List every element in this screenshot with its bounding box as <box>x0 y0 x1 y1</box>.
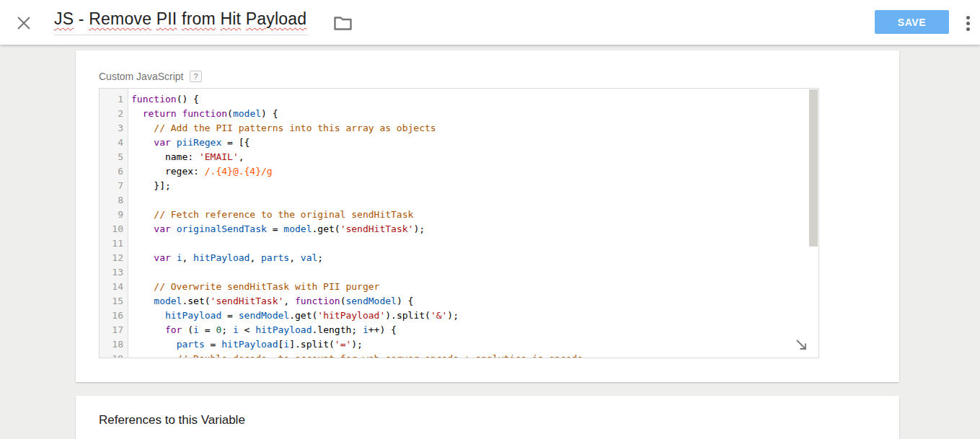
line-number: 19 <box>100 352 128 358</box>
line-number: 7 <box>100 179 128 193</box>
code-line: hitPayload = sendModel.get('hitPayload')… <box>131 309 808 323</box>
kebab-menu-button[interactable] <box>958 13 977 33</box>
line-number: 15 <box>100 294 128 309</box>
move-folder-button[interactable] <box>333 14 353 32</box>
code-line: // Overwrite sendHitTask with PII purger <box>131 280 808 294</box>
code-lines: function() { return function(model) { //… <box>131 89 808 358</box>
code-line: var i, hitPayload, parts, val; <box>131 251 808 265</box>
editor-resize-handle[interactable] <box>794 337 810 353</box>
code-line <box>131 236 808 251</box>
line-number: 5 <box>100 150 128 164</box>
variable-editor-card: Custom JavaScript ? 12345678910111213141… <box>76 50 899 382</box>
close-icon <box>16 15 32 31</box>
line-number: 8 <box>100 193 128 208</box>
code-line: for (i = 0; i < hitPayload.length; i++) … <box>131 323 808 337</box>
line-number: 18 <box>100 337 128 352</box>
resize-corner-icon <box>794 337 810 353</box>
line-number: 16 <box>100 309 128 323</box>
line-numbers: 12345678910111213141516171819 <box>100 89 128 358</box>
code-line: // Double decode, to account for web ser… <box>131 352 808 358</box>
code-line: model.set('sendHitTask', function(sendMo… <box>131 294 808 309</box>
line-number: 3 <box>100 121 128 136</box>
help-icon[interactable]: ? <box>190 71 201 82</box>
references-title: References to this Variable <box>99 413 245 427</box>
line-number: 17 <box>100 323 128 337</box>
close-button[interactable] <box>13 12 35 34</box>
references-card: References to this Variable <box>76 396 899 439</box>
line-number: 11 <box>100 236 128 251</box>
save-button[interactable]: SAVE <box>875 10 949 34</box>
line-number: 13 <box>100 265 128 280</box>
topbar: JS - Remove PII from Hit Payload SAVE <box>0 0 980 45</box>
code-line: var piiRegex = [{ <box>131 136 808 150</box>
line-number: 10 <box>100 222 128 236</box>
line-number: 1 <box>100 92 128 107</box>
line-number: 2 <box>100 107 128 121</box>
code-line: parts = hitPayload[i].split('='); <box>131 337 808 352</box>
folder-icon <box>333 14 353 31</box>
line-number: 12 <box>100 251 128 265</box>
code-line: regex: /.{4}@.{4}/g <box>131 164 808 179</box>
code-line: // Fetch reference to the original sendH… <box>131 208 808 222</box>
line-number: 9 <box>100 208 128 222</box>
editor-scrollbar-thumb[interactable] <box>809 89 818 247</box>
code-line: return function(model) { <box>131 107 808 121</box>
code-editor[interactable]: 12345678910111213141516171819 function()… <box>99 88 819 358</box>
line-number: 14 <box>100 280 128 294</box>
code-line: var originalSendTask = model.get('sendHi… <box>131 222 808 236</box>
field-label: Custom JavaScript <box>99 71 183 82</box>
variable-title-input[interactable]: JS - Remove PII from Hit Payload <box>54 9 306 28</box>
code-line: }]; <box>131 179 808 193</box>
variable-title-field[interactable]: JS - Remove PII from Hit Payload <box>54 9 308 35</box>
line-number: 4 <box>100 136 128 150</box>
code-line: function() { <box>131 92 808 107</box>
code-line <box>131 193 808 208</box>
line-number: 6 <box>100 164 128 179</box>
code-line: // Add the PII patterns into this array … <box>131 121 808 136</box>
code-line <box>131 265 808 280</box>
code-line: name: 'EMAIL', <box>131 150 808 164</box>
